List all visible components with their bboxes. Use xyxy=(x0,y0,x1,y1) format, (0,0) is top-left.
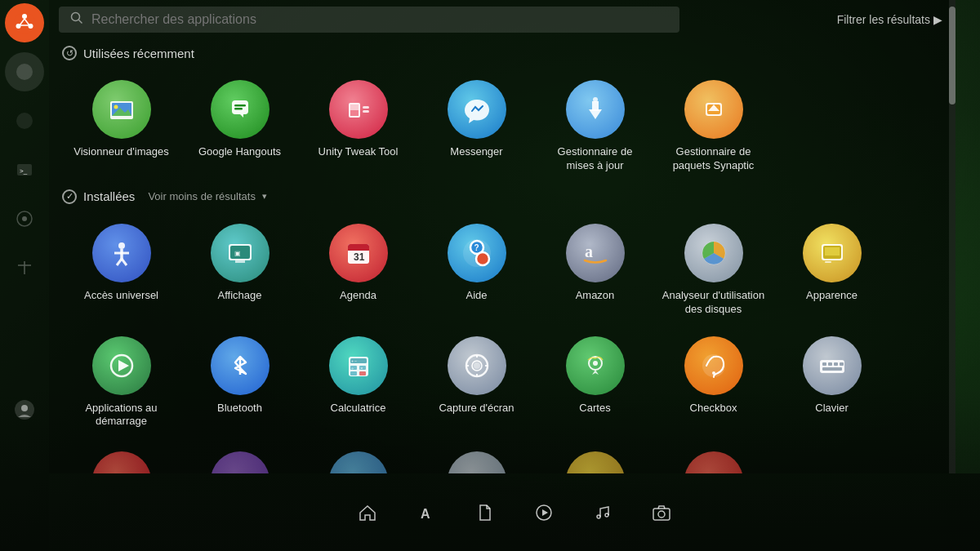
svg-rect-83 xyxy=(822,367,842,371)
svg-rect-25 xyxy=(363,110,369,113)
app-bluetooth[interactable]: Bluetooth xyxy=(180,327,299,439)
sidebar-terminal[interactable]: >_ xyxy=(5,150,44,189)
svg-point-90 xyxy=(658,511,665,518)
taskbar-music-icon[interactable] xyxy=(583,493,622,532)
svg-line-13 xyxy=(79,20,82,24)
app-partial-5[interactable] xyxy=(536,442,654,473)
svg-rect-81 xyxy=(834,362,838,366)
svg-line-35 xyxy=(122,259,127,265)
sidebar-apps[interactable] xyxy=(5,101,44,140)
search-input-wrap[interactable] xyxy=(59,7,679,33)
app-partial-1[interactable] xyxy=(62,442,180,473)
svg-text:×: × xyxy=(360,365,363,370)
app-checkbox[interactable]: Checkbox xyxy=(654,327,773,439)
scrollbar-thumb[interactable] xyxy=(949,7,956,104)
svg-rect-26 xyxy=(592,101,599,111)
taskbar-video-icon[interactable] xyxy=(524,493,564,532)
app-icon-analyseur xyxy=(684,224,743,282)
app-icon-bluetooth xyxy=(211,336,270,395)
svg-text:>_: >_ xyxy=(20,167,28,175)
svg-point-4 xyxy=(16,64,33,80)
app-messenger[interactable]: Messenger xyxy=(417,70,536,183)
svg-point-77 xyxy=(712,371,715,375)
app-partial-4[interactable] xyxy=(417,442,536,473)
app-partial-2[interactable] xyxy=(180,442,299,473)
app-icon-apps-demarrage xyxy=(92,336,151,395)
app-amazon[interactable]: a Amazon xyxy=(536,214,654,327)
app-icon-partial-3 xyxy=(329,451,388,473)
see-less-arrow-icon[interactable]: ▾ xyxy=(262,191,267,202)
app-label-apparence: Apparence xyxy=(806,289,858,303)
app-calculatrice[interactable]: + − ÷ × Calculatrice xyxy=(299,327,417,439)
svg-point-87 xyxy=(597,515,600,518)
app-icon-capture-ecran xyxy=(448,336,506,395)
app-label-synaptic: Gestionnaire de paquets Synaptic xyxy=(661,145,766,173)
app-update-manager[interactable]: Gestionnaire de mises à jour xyxy=(536,70,654,183)
app-visionneur[interactable]: Visionneur d'images xyxy=(62,70,180,183)
app-icon-partial-4 xyxy=(448,451,506,473)
app-affichage[interactable]: ▣ Affichage xyxy=(180,214,299,327)
taskbar-file-icon[interactable] xyxy=(466,493,505,532)
svg-point-5 xyxy=(16,113,33,129)
app-unity-tweak[interactable]: Unity Tweak Tool xyxy=(299,70,417,183)
app-label-hangouts: Google Hangouts xyxy=(198,145,281,159)
svg-rect-42 xyxy=(348,248,369,251)
ubuntu-logo[interactable] xyxy=(5,3,44,42)
app-agenda[interactable]: 31 Agenda xyxy=(299,214,417,327)
sidebar-tools[interactable] xyxy=(5,199,44,238)
app-acces-universel[interactable]: Accès universel xyxy=(62,214,180,327)
svg-point-69 xyxy=(474,362,480,369)
app-apparence[interactable]: Apparence xyxy=(773,214,891,327)
svg-rect-24 xyxy=(363,106,369,109)
sidebar-home[interactable] xyxy=(5,52,44,91)
content-area[interactable]: ↺ Utilisées récemment Visionneur d'image… xyxy=(49,39,956,473)
filter-arrow-icon: ▶ xyxy=(933,13,942,26)
app-icon-visionneur xyxy=(92,80,151,139)
app-icon-messenger xyxy=(448,80,506,139)
taskbar-camera-icon[interactable] xyxy=(642,493,681,532)
search-icon xyxy=(70,11,83,28)
filter-results-button[interactable]: Filtrer les résultats ▶ xyxy=(837,13,942,26)
app-label-agenda: Agenda xyxy=(340,289,376,303)
app-label-analyseur: Analyseur d'utilisation des disques xyxy=(661,289,766,317)
sidebar-face[interactable] xyxy=(5,390,44,429)
app-partial-3[interactable] xyxy=(299,442,417,473)
scrollbar-track[interactable] xyxy=(949,0,956,473)
taskbar-home-icon[interactable] xyxy=(348,493,387,532)
sidebar-map[interactable] xyxy=(5,248,44,287)
main-panel: Filtrer les résultats ▶ ↺ Utilisées réce… xyxy=(49,0,956,473)
app-hangouts[interactable]: Google Hangouts xyxy=(180,70,299,183)
svg-text:a: a xyxy=(585,242,593,260)
app-partial-6[interactable] xyxy=(654,442,773,473)
app-icon-affichage: ▣ xyxy=(211,224,270,282)
app-aide[interactable]: ? Aide xyxy=(417,214,536,327)
svg-point-11 xyxy=(21,405,28,411)
app-icon-partial-2 xyxy=(211,451,270,473)
app-icon-agenda: 31 xyxy=(329,224,388,282)
svg-rect-80 xyxy=(828,362,832,366)
taskbar-apps-icon[interactable]: A xyxy=(407,493,446,532)
app-label-bluetooth: Bluetooth xyxy=(217,402,262,415)
installed-section-header: Installées Voir moins de résultats ▾ xyxy=(62,189,942,204)
app-icon-cartes xyxy=(566,336,625,395)
sidebar: >_ xyxy=(0,0,49,551)
app-cartes[interactable]: Cartes xyxy=(536,327,654,439)
svg-rect-78 xyxy=(820,360,844,373)
app-synaptic[interactable]: Gestionnaire de paquets Synaptic xyxy=(654,70,773,183)
see-less-button[interactable]: Voir moins de résultats xyxy=(148,190,256,202)
app-analyseur[interactable]: Analyseur d'utilisation des disques xyxy=(654,214,773,327)
svg-text:▣: ▣ xyxy=(234,250,241,257)
app-apps-demarrage[interactable]: Applications au démarrage xyxy=(62,327,180,439)
app-icon-calculatrice: + − ÷ × xyxy=(329,336,388,395)
svg-rect-79 xyxy=(822,362,826,366)
svg-point-16 xyxy=(114,105,118,109)
app-capture-ecran[interactable]: Capture d'écran xyxy=(417,327,536,439)
app-icon-partial-6 xyxy=(684,451,743,473)
app-icon-partial-1 xyxy=(92,451,151,473)
partial-apps-row xyxy=(62,442,942,473)
svg-rect-18 xyxy=(232,100,248,114)
svg-point-75 xyxy=(593,361,598,366)
app-clavier[interactable]: Clavier xyxy=(773,327,891,439)
app-label-cartes: Cartes xyxy=(579,402,610,415)
search-input[interactable] xyxy=(91,12,668,27)
